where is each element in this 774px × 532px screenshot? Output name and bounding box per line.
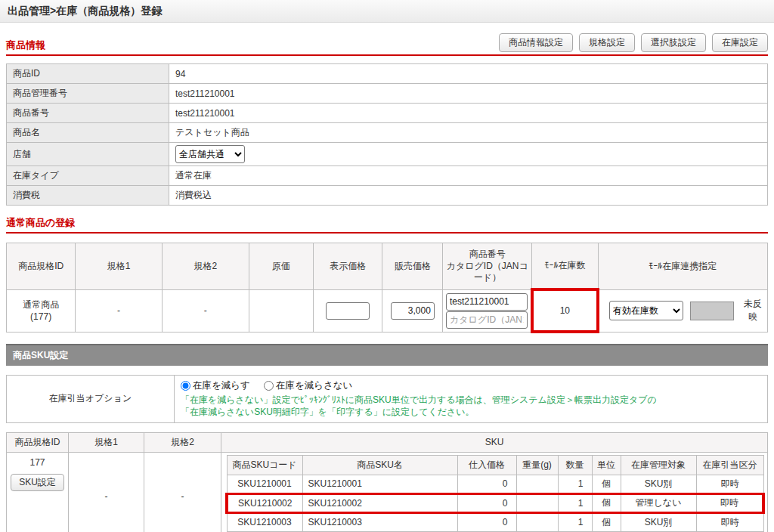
row-label: 商品番号 (7, 104, 169, 123)
sku-list-cell: 商品SKUコード 商品SKU名 仕入価格 重量(g) 数量 単位 在庫管理対象 … (221, 452, 768, 532)
sku-weight (516, 493, 558, 512)
normal-product-table: 商品規格ID 規格1 規格2 原価 表示価格 販売価格 商品番号 カタログID（… (6, 243, 768, 333)
table-header-row: 商品規格ID 規格1 規格2 SKU (7, 432, 768, 452)
table-header-row: 商品SKUコード 商品SKU名 仕入価格 重量(g) 数量 単位 在庫管理対象 … (227, 455, 763, 475)
table-row: 消費税 消費税込 (7, 186, 768, 206)
sku-qty: 1 (558, 475, 592, 493)
sku-cost: 0 (457, 512, 516, 531)
sku-cost: 0 (457, 475, 516, 493)
sku-allocation: 即時 (696, 475, 763, 493)
col-header: 規格1 (69, 432, 144, 452)
row-value: 94 (169, 64, 768, 84)
sale-price-input[interactable] (391, 302, 435, 320)
row-label: 消費税 (7, 186, 169, 206)
col-header-catalog-id: カタログID（JANコード） (447, 261, 528, 283)
col-header: ﾓｰﾙ在庫連携指定 (598, 243, 768, 290)
sku-settings-button[interactable]: SKU設定 (11, 474, 64, 491)
col-header: 商品番号 カタログID（JANコード） (443, 243, 532, 290)
normal-product-section-header: 通常商品の登録 (6, 216, 768, 234)
row-value: 消費税込 (169, 186, 768, 206)
col-header: 表示価格 (313, 243, 382, 290)
stock-option-label: 在庫引当オプション (7, 376, 175, 422)
sku-allocation: 即時 (696, 493, 763, 512)
col-header: 在庫管理対象 (621, 455, 696, 475)
sku-spec2-cell: - (144, 452, 221, 532)
radio-reduce-stock[interactable]: 在庫を減らす (181, 379, 250, 392)
store-select[interactable]: 全店舗共通 (175, 145, 245, 163)
sku-table: 商品規格ID 規格1 規格2 SKU 177 SKU設定 - - (6, 432, 768, 532)
row-value: 全店舗共通 (169, 143, 768, 166)
spec2-cell: - (162, 289, 249, 332)
sku-unit: 個 (592, 493, 621, 512)
sku-unit: 個 (592, 475, 621, 493)
col-header: 商品SKU名 (302, 455, 457, 475)
mall-link-cell: 有効在庫数 未反映 (598, 289, 768, 332)
stock-settings-button[interactable]: 在庫設定 (712, 33, 768, 52)
sku-cost: 0 (457, 493, 516, 512)
sku-qty: 1 (558, 512, 592, 531)
spec-settings-button[interactable]: 規格設定 (579, 33, 635, 52)
table-row: 商品名 テストセット商品 (7, 123, 768, 143)
sale-price-cell (382, 289, 443, 332)
catalog-id-input[interactable] (446, 311, 528, 329)
col-header: 商品規格ID (7, 243, 76, 290)
table-row: 商品ID 94 (7, 64, 768, 84)
sku-row: SKU1210003 SKU1210003 0 1 個 SKU別 即時 (227, 512, 763, 531)
sku-row-highlighted: SKU1210002 SKU1210002 0 1 個 管理しない 即時 (227, 493, 763, 512)
col-header: 在庫引当区分 (696, 455, 763, 475)
table-row: 商品管理番号 test211210001 (7, 84, 768, 104)
col-header: 商品規格ID (7, 432, 69, 452)
col-header: ﾓｰﾙ在庫数 (532, 243, 598, 290)
sku-stock-target: SKU別 (621, 512, 696, 531)
col-header: 数量 (558, 455, 592, 475)
radio-reduce-stock-input[interactable] (181, 381, 190, 391)
sku-weight (516, 512, 558, 531)
sku-settings-bar: 商品SKU設定 (6, 344, 768, 366)
option-settings-button[interactable]: 選択肢設定 (641, 33, 706, 52)
table-row: 177 SKU設定 - - 商品SKUコード (7, 452, 768, 532)
product-info-section-header: 商品情報 商品情報設定 規格設定 選択肢設定 在庫設定 (6, 33, 768, 56)
row-label: 店舗 (7, 143, 169, 166)
product-number-cell (443, 289, 532, 332)
product-info-settings-button[interactable]: 商品情報設定 (499, 33, 573, 52)
section-title-product-info: 商品情報 (6, 39, 45, 52)
cost-cell (249, 289, 313, 332)
product-info-table: 商品ID 94 商品管理番号 test211210001 商品番号 test21… (6, 63, 768, 206)
sku-spec-id: 177 (7, 457, 68, 468)
table-header-row: 商品規格ID 規格1 規格2 原価 表示価格 販売価格 商品番号 カタログID（… (7, 243, 768, 290)
table-row: 商品番号 test211210001 (7, 104, 768, 123)
sku-name: SKU1210002 (302, 493, 457, 512)
col-header: 規格2 (162, 243, 249, 290)
sku-name: SKU1210001 (302, 475, 457, 493)
product-number-input[interactable] (446, 293, 528, 311)
col-header: 販売価格 (382, 243, 443, 290)
row-value: test211210001 (169, 84, 768, 104)
page-title: 出品管理>在庫（商品規格）登録 (0, 0, 774, 23)
sku-stock-target: SKU別 (621, 475, 696, 493)
sku-code: SKU1210001 (227, 475, 302, 493)
col-header: SKU (221, 432, 768, 452)
link-status-label: 未反映 (741, 298, 765, 323)
sku-name: SKU1210003 (302, 512, 457, 531)
sku-spec1-cell: - (69, 452, 144, 532)
sku-code: SKU1210003 (227, 512, 302, 531)
col-header: 商品SKUコード (227, 455, 302, 475)
col-header: 仕入価格 (457, 455, 516, 475)
col-header: 規格1 (76, 243, 163, 290)
link-stock-disabled-box (690, 302, 735, 320)
config-buttons: 商品情報設定 規格設定 選択肢設定 在庫設定 (499, 33, 768, 52)
sku-allocation: 即時 (696, 512, 763, 531)
col-header: 単位 (592, 455, 621, 475)
radio-no-reduce-stock[interactable]: 在庫を減らさない (264, 379, 352, 392)
col-header: 規格2 (144, 432, 221, 452)
radio-no-reduce-stock-input[interactable] (264, 381, 274, 391)
col-header: 原価 (249, 243, 313, 290)
display-price-input[interactable] (326, 302, 370, 320)
spec-id-cell: 通常商品 (177) (7, 289, 76, 332)
col-header-product-number: 商品番号 (469, 249, 506, 259)
row-value: test211210001 (169, 104, 768, 123)
table-row: 在庫引当オプション 在庫を減らす 在庫を減らさない 「在庫を減らさない」設定でﾋ… (7, 376, 768, 422)
table-row: 在庫タイプ 通常在庫 (7, 166, 768, 186)
stock-link-select[interactable]: 有効在庫数 (609, 301, 683, 320)
stock-option-note-line2: 「在庫減らさないSKU明細印字」を「印字する」に設定してください。 (181, 406, 761, 418)
